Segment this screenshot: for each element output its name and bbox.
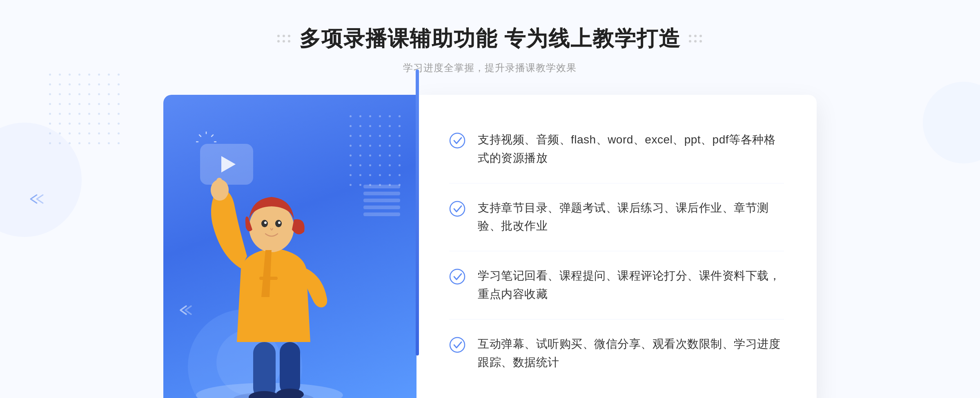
chevron-left-page-icon (24, 193, 45, 205)
dot-pattern-left: (function(){ const container = document.… (49, 74, 123, 148)
check-circle-icon-2 (449, 201, 466, 217)
page-container: (function(){ const container = document.… (0, 0, 980, 398)
feature-text-4: 互动弹幕、试听购买、微信分享、观看次数限制、学习进度跟踪、数据统计 (478, 335, 784, 372)
vertical-accent-bar (416, 69, 419, 356)
feature-text-3: 学习笔记回看、课程提问、课程评论打分、课件资料下载，重点内容收藏 (478, 267, 784, 304)
svg-point-20 (450, 133, 465, 148)
check-circle-icon-1 (449, 132, 466, 149)
svg-point-23 (450, 338, 465, 352)
svg-rect-7 (216, 178, 222, 194)
svg-rect-14 (259, 277, 278, 280)
svg-rect-3 (280, 342, 300, 395)
check-circle-icon-3 (449, 268, 466, 285)
feature-panel: 支持视频、音频、flash、word、excel、ppt、pdf等各种格式的资源… (416, 95, 817, 398)
feature-item-2: 支持章节目录、弹题考试、课后练习、课后作业、章节测验、批改作业 (449, 183, 784, 252)
feature-text-2: 支持章节目录、弹题考试、课后练习、课后作业、章节测验、批改作业 (478, 199, 784, 236)
page-subtitle: 学习进度全掌握，提升录播课教学效果 (277, 61, 703, 74)
person-illustration (176, 142, 400, 398)
svg-point-12 (264, 221, 267, 224)
svg-point-13 (278, 221, 281, 224)
check-circle-icon-4 (449, 337, 466, 353)
content-area: (function(){ const container = document.… (163, 95, 817, 398)
page-title: 多项录播课辅助功能 专为线上教学打造 (299, 25, 681, 53)
svg-line-17 (199, 135, 201, 136)
feature-text-1: 支持视频、音频、flash、word、excel、ppt、pdf等各种格式的资源… (478, 131, 784, 168)
svg-line-16 (212, 135, 213, 136)
title-left-decorator (277, 35, 291, 43)
svg-rect-2 (253, 342, 276, 398)
title-right-decorator (689, 35, 703, 43)
svg-point-21 (450, 201, 465, 216)
svg-point-22 (450, 269, 465, 284)
title-row: 多项录播课辅助功能 专为线上教学打造 (277, 25, 703, 53)
light-rays (196, 132, 216, 154)
header-section: 多项录播课辅助功能 专为线上教学打造 学习进度全掌握，提升录播课教学效果 (277, 0, 703, 74)
feature-item-3: 学习笔记回看、课程提问、课程评论打分、课件资料下载，重点内容收藏 (449, 251, 784, 320)
bg-circle-right (923, 82, 980, 163)
illustration-panel: (function(){ const container = document.… (163, 95, 416, 398)
feature-item-1: 支持视频、音频、flash、word、excel、ppt、pdf等各种格式的资源… (449, 115, 784, 183)
feature-item-4: 互动弹幕、试听购买、微信分享、观看次数限制、学习进度跟踪、数据统计 (449, 320, 784, 387)
